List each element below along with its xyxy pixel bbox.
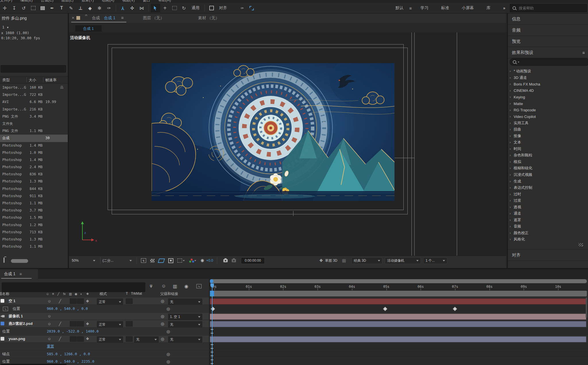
chevron-right-icon[interactable]: › [510,186,514,190]
effects-category[interactable]: ›模糊和锐化 [508,165,588,172]
renderer-select[interactable]: 经典 3D [351,257,382,264]
trkmat-box[interactable] [126,298,133,304]
snap-box-icon[interactable] [207,4,216,12]
chevron-right-icon[interactable]: › [510,237,514,241]
panel-info[interactable]: 信息 [508,13,588,25]
layer-name[interactable]: 摄像机 1 [9,313,23,320]
column-size[interactable]: 大小 [29,77,36,83]
pen-tool-icon[interactable]: ✒ [47,4,57,12]
shy-switch-icon[interactable]: ☺ [47,320,51,327]
project-row[interactable]: Photoshop1.2 MB [0,222,68,229]
menu-item[interactable]: 窗口 [143,0,150,3]
shy-icon[interactable]: ☺ [46,292,49,296]
chevron-right-icon[interactable]: › [510,192,514,196]
project-row[interactable]: Photoshop1.3 MB [0,178,68,185]
ground-plane-icon[interactable]: ▦ [342,258,346,263]
pan-camera-tool-icon[interactable]: ✜ [127,4,137,12]
blur-switch-box[interactable] [77,298,84,304]
playhead-line[interactable] [212,284,212,365]
blur-switch-box[interactable] [77,321,84,327]
menu-item[interactable]: 编辑(E) [20,0,33,3]
snapshot-icon[interactable] [223,259,228,262]
effect-switch-box[interactable] [70,336,77,342]
column-type[interactable]: 类型 [2,77,10,83]
effects-category[interactable]: ›Boris FX Mocha [508,81,588,88]
chevron-right-icon[interactable]: › [510,114,514,119]
shy-layers-icon[interactable]: ☺ [161,284,166,289]
puppet-tool-icon[interactable]: ✻ [95,4,104,12]
layer-name[interactable]: 空 1 [9,298,16,304]
menu-item[interactable]: 动画(A) [102,0,114,3]
chevron-right-icon[interactable]: › [510,121,514,125]
workspace-small-screen[interactable]: 小屏幕 [462,5,474,11]
chevron-right-icon[interactable]: › [510,76,514,80]
timeline-row-track[interactable] [210,358,588,365]
mode-select[interactable]: 正常 [96,321,123,328]
timeline-tab[interactable]: 合成 1 ≡ [0,269,38,279]
timeline-row[interactable]: yuan.png☺╱❖正常无◎无 [0,335,588,343]
preview-timecode[interactable]: 0:00:00:00 [241,257,265,264]
effects-category[interactable]: ›杂色和颗粒 [508,152,588,159]
menu-item[interactable]: 文件(F) [0,0,12,3]
chevron-right-icon[interactable]: › [510,82,514,86]
property-name[interactable]: 位置 [2,328,10,335]
frame-blend-icon[interactable]: ▥ [69,292,72,296]
effects-category[interactable]: ›抠像 [508,133,588,139]
effects-search-field[interactable] [510,58,588,66]
mode-select[interactable]: 正常 [96,298,123,306]
workspace-learn[interactable]: 学习 [420,5,428,11]
comp-tab-label[interactable]: 合成 [92,15,100,21]
parent-select[interactable]: 无 [168,298,203,306]
workspace-libraries[interactable]: 库 [486,5,490,11]
work-area-bar[interactable] [210,291,587,296]
adjustment-layer-icon[interactable]: ◐ [80,292,82,296]
eraser-tool-icon[interactable]: ◆ [85,4,95,12]
draft-3d-icon[interactable]: ❖ [319,258,323,263]
effects-category[interactable]: ›时间 [508,146,588,152]
effects-category[interactable]: ›过渡 [508,197,588,204]
effect-switch-box[interactable] [70,298,77,304]
chevron-right-icon[interactable]: › [510,224,514,228]
viewer-menu-icon[interactable]: ≡ [121,15,124,20]
timeline-scrollbar-thumb[interactable] [586,298,587,318]
parent-select[interactable]: 1. 空 1 [168,313,203,321]
chevron-right-icon[interactable]: › [510,153,514,157]
cube-3d-icon[interactable]: ❖ [86,292,89,296]
menu-item[interactable]: 合成(C) [41,0,53,3]
view-bounds-icon[interactable] [247,4,256,12]
quality-icon[interactable]: ╱ [57,292,59,296]
effects-category[interactable]: ›模拟 [508,159,588,165]
resolution-select[interactable]: (二分... [102,258,113,263]
project-row[interactable]: 文件夹 [0,120,68,127]
effects-category[interactable]: ›Keying [508,94,588,100]
view-layout-select[interactable]: 1 个... [423,257,447,264]
blur-switch-box[interactable] [77,336,84,342]
workspace-standard[interactable]: 标准 [441,5,449,11]
effects-category[interactable]: ›Video Copilot [508,113,588,120]
effects-category[interactable]: ›实用工具 [508,120,588,126]
layer-name[interactable]: yuan.png [9,335,25,342]
chevron-right-icon[interactable]: › [510,140,514,144]
composition-canvas[interactable]: 活动摄像机 [69,32,506,256]
gizmo-scale-icon[interactable] [170,4,179,12]
project-table-header[interactable]: 类型 大小 帧速率 [0,76,68,84]
project-row[interactable]: Photoshop1.5 MB [0,214,68,221]
column-track-divider[interactable] [209,279,210,365]
column-trkmat[interactable]: TrkMat [131,292,142,296]
timeline-h-scrollbar[interactable] [1,364,67,365]
orbit-camera-tool-icon[interactable]: Y [118,4,127,12]
help-search-input[interactable] [518,6,568,11]
puppet-pin-tool-icon[interactable]: ✑ [104,4,114,12]
3d-switch-icon[interactable]: ❖ [86,320,89,327]
channel-icon[interactable] [189,259,194,263]
chevron-right-icon[interactable]: › [510,102,514,106]
column-framerate[interactable]: 帧速率 [45,77,57,83]
pick-whip-icon[interactable]: ◎ [167,350,170,357]
roi-tool-icon[interactable] [28,4,38,12]
layer-duration-bar[interactable] [210,314,586,320]
gizmo-rotate-icon[interactable]: ↻ [179,4,189,12]
chevron-right-icon[interactable]: › [510,231,514,235]
workspace-default[interactable]: 默认 [395,5,403,11]
graph-editor-icon[interactable]: ∿ [196,284,202,288]
dolly-camera-tool-icon[interactable]: ⋈ [137,4,146,12]
